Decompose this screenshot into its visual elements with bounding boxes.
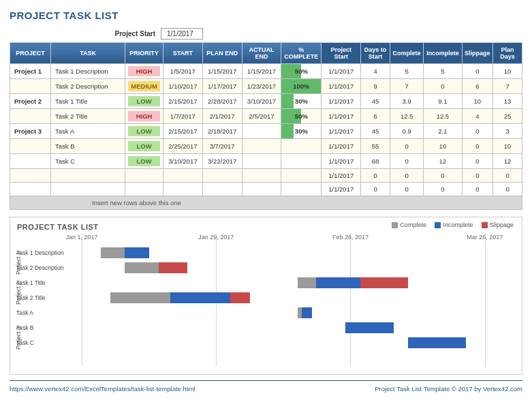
page-title: PROJECT TASK LIST (10, 10, 522, 21)
legend-label-complete: Complete (400, 221, 426, 228)
priority-badge: LOW (128, 126, 160, 136)
cell-days-to-start: 9 (361, 79, 390, 94)
gantt-row-label: Task A (16, 309, 79, 316)
task-table: PROJECT TASK PRIORITY START PLAN END ACT… (10, 42, 522, 210)
cell-slippage: 10 (462, 94, 493, 109)
cell-actual-end: 1/23/2017 (242, 79, 281, 94)
cell-actual-end (242, 169, 281, 183)
gantt-segment (159, 262, 187, 273)
cell-plan-end: 1/17/2017 (202, 79, 242, 94)
cell-actual-end: 1/15/2017 (242, 64, 281, 79)
cell-pct-complete: 30% (281, 124, 322, 139)
cell-actual-end (242, 154, 281, 169)
cell-start: 1/10/2017 (163, 79, 202, 94)
footer-url: https://www.vertex42.com/ExcelTemplates/… (10, 385, 195, 393)
table-row: Project 2Task 1 TitleLOW2/15/20172/28/20… (10, 94, 522, 109)
pct-text: 50% (281, 65, 321, 77)
cell-project (10, 139, 51, 154)
cell-plan-end: 2/28/2017 (202, 94, 242, 109)
cell-days-to-start: 0 (361, 169, 390, 183)
table-row: 1/1/201700000 (10, 169, 522, 183)
chart-axis-tick: Jan 29, 2017 (198, 234, 234, 241)
footer: https://www.vertex42.com/ExcelTemplates/… (10, 385, 522, 393)
cell-incomplete: 10 (424, 139, 462, 154)
cell-days-to-start: 45 (361, 124, 390, 139)
cell-slippage: 0 (462, 169, 493, 183)
cell-pct-complete: 30% (281, 94, 322, 109)
cell-incomplete: 12 (424, 154, 462, 169)
gantt-segment (408, 337, 466, 348)
th-project-start: Project Start (322, 43, 361, 64)
cell-plan-end (202, 169, 242, 183)
gantt-segment (101, 247, 125, 258)
legend-label-slippage: Slippage (490, 221, 514, 228)
legend-swatch-incomplete (435, 222, 441, 228)
cell-priority: LOW (125, 139, 163, 154)
legend-swatch-complete (392, 222, 398, 228)
cell-days-to-start: 68 (361, 154, 390, 169)
cell-project: Project 2 (10, 94, 51, 109)
gantt-segment (360, 277, 408, 288)
cell-task: Task 2 Title (50, 109, 125, 124)
cell-complete: 0 (390, 183, 423, 196)
th-pct-complete: % COMPLETE (281, 43, 322, 64)
cell-project-start: 1/1/2017 (322, 109, 361, 124)
cell-project: Project 1 (10, 64, 51, 79)
gantt-row-label: Task 1 Description (16, 249, 79, 256)
table-row: Task 2 TitleHIGH1/7/20172/1/20172/5/2017… (10, 109, 522, 124)
cell-pct-complete (281, 139, 322, 154)
cell-plan-end: 2/18/2017 (202, 124, 242, 139)
pct-text: 50% (281, 110, 321, 122)
cell-project-start: 1/1/2017 (322, 79, 361, 94)
cell-start (163, 169, 202, 183)
cell-pct-complete (281, 154, 322, 169)
cell-start: 3/10/2017 (163, 154, 202, 169)
table-row: Project 3Task ALOW2/15/20172/18/201730%1… (10, 124, 522, 139)
cell-project (10, 79, 51, 94)
cell-plan-days: 10 (493, 139, 522, 154)
cell-slippage: 4 (462, 109, 493, 124)
cell-days-to-start: 0 (361, 183, 390, 196)
cell-complete: 5 (390, 64, 423, 79)
cell-task (50, 169, 125, 183)
gantt-row: Task B (82, 322, 514, 333)
gantt-group-label: Project 3 (15, 326, 22, 350)
footer-divider (10, 380, 522, 381)
cell-project-start: 1/1/2017 (322, 139, 361, 154)
cell-project-start: 1/1/2017 (322, 94, 361, 109)
gantt-segment (230, 292, 249, 303)
cell-slippage: 0 (462, 154, 493, 169)
cell-priority: HIGH (125, 109, 163, 124)
cell-priority (125, 169, 163, 183)
cell-task: Task 2 Description (50, 79, 125, 94)
cell-pct-complete: 100% (281, 79, 322, 94)
gantt-row-label: Task C (16, 339, 79, 346)
cell-actual-end: 3/10/2017 (242, 94, 281, 109)
gantt-group-label: Project 1 (15, 251, 22, 275)
cell-pct-complete (281, 183, 322, 196)
cell-start: 2/25/2017 (163, 139, 202, 154)
cell-project (10, 183, 51, 196)
cell-complete: 0 (390, 139, 423, 154)
cell-task: Task B (50, 139, 125, 154)
cell-plan-days: 10 (493, 64, 522, 79)
th-priority: PRIORITY (125, 43, 163, 64)
pct-text: 30% (281, 125, 321, 137)
cell-actual-end (242, 124, 281, 139)
cell-actual-end (242, 183, 281, 196)
project-start-value[interactable]: 1/1/2017 (161, 28, 203, 40)
gantt-segment (125, 247, 148, 258)
cell-priority: HIGH (125, 64, 163, 79)
cell-pct-complete: 50% (281, 64, 322, 79)
th-project: PROJECT (10, 43, 51, 64)
cell-task: Task 1 Title (50, 94, 125, 109)
cell-priority: MEDIUM (125, 79, 163, 94)
priority-badge: LOW (128, 141, 160, 151)
cell-start: 2/15/2017 (163, 94, 202, 109)
th-days-to-start: Days to Start (361, 43, 390, 64)
gantt-segment (302, 307, 312, 318)
insert-row: Insert new rows above this one (10, 196, 522, 210)
cell-priority: LOW (125, 94, 163, 109)
cell-slippage: 0 (462, 183, 493, 196)
project-start-row: Project Start 1/1/2017 (10, 28, 522, 40)
